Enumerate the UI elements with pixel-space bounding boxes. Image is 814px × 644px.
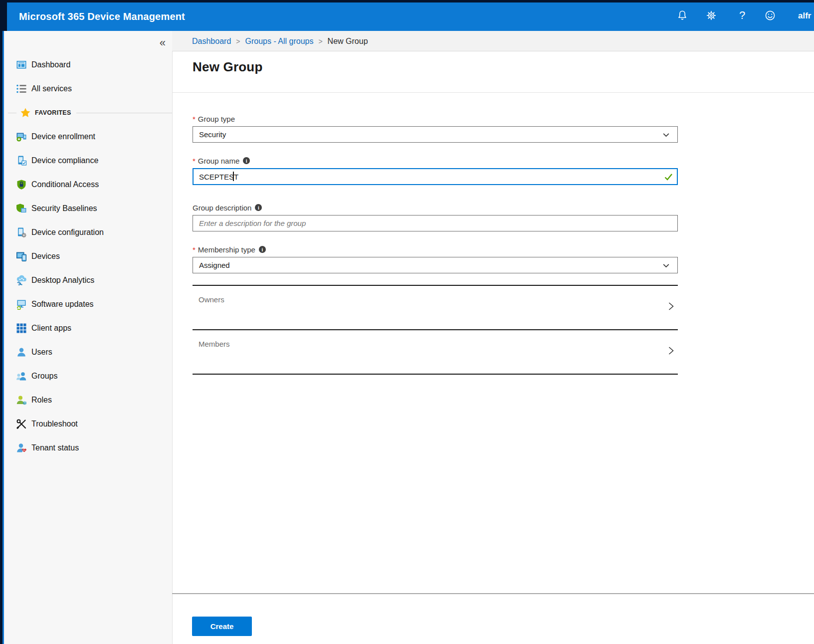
membership-type-value: Assigned — [199, 261, 230, 269]
device-enrollment-icon — [16, 131, 27, 142]
troubleshoot-icon — [16, 419, 27, 429]
sidebar-item-label: Devices — [31, 252, 60, 261]
sidebar-item-label: Software updates — [31, 300, 94, 309]
membership-type-label-row: * Membership type i — [193, 245, 678, 254]
owners-label: Owners — [199, 295, 224, 304]
sidebar-item-label: Device compliance — [31, 156, 98, 165]
sidebar-collapse-chevron[interactable]: « — [160, 37, 166, 48]
owners-row[interactable]: Owners — [193, 285, 678, 329]
all-services-icon — [16, 83, 27, 94]
topbar-left-dark-block — [0, 0, 7, 31]
sidebar-item-label: Conditional Access — [31, 180, 99, 189]
chevron-down-icon — [662, 261, 670, 271]
device-compliance-icon — [16, 155, 27, 166]
sidebar-item-software-updates[interactable]: Software updates — [4, 292, 172, 316]
sidebar-item-troubleshoot[interactable]: Troubleshoot — [4, 412, 172, 436]
sidebar-item-label: Client apps — [31, 324, 71, 333]
footer-divider — [172, 593, 814, 594]
membership-type-select[interactable]: Assigned — [193, 257, 678, 273]
chevron-right-icon — [667, 301, 675, 314]
group-description-label-row: Group description i — [193, 203, 678, 212]
info-icon[interactable]: i — [243, 157, 250, 164]
breadcrumb-separator: > — [318, 37, 322, 45]
create-button[interactable]: Create — [192, 617, 252, 636]
members-label: Members — [199, 340, 230, 348]
group-name-label-row: * Group name i — [193, 156, 678, 165]
sidebar-nav: « Dashboard All service — [4, 31, 172, 644]
client-apps-icon — [16, 323, 27, 334]
users-icon — [16, 347, 27, 358]
left-accent-strip — [2, 31, 4, 644]
sidebar-item-users[interactable]: Users — [4, 340, 172, 364]
notifications-bell-icon[interactable] — [676, 9, 688, 21]
feedback-smiley-icon[interactable] — [764, 9, 776, 21]
sidebar-item-device-compliance[interactable]: Device compliance — [4, 149, 172, 173]
sidebar-item-devices[interactable]: Devices — [4, 244, 172, 268]
sidebar-item-label: Users — [31, 348, 52, 357]
sidebar-item-label: All services — [31, 84, 72, 93]
breadcrumb-current: New Group — [328, 37, 368, 45]
window-top-edge — [0, 0, 814, 2]
groups-icon — [16, 371, 27, 382]
sidebar-item-label: Troubleshoot — [31, 420, 78, 429]
chevron-right-icon — [667, 345, 675, 358]
sidebar-item-dashboard[interactable]: Dashboard — [4, 53, 172, 77]
required-asterisk: * — [193, 115, 196, 123]
group-name-field-wrap — [193, 168, 678, 185]
group-type-value: Security — [199, 130, 226, 139]
group-description-label: Group description — [193, 204, 251, 212]
main-content: Dashboard>Groups - All groups>New Group … — [172, 31, 814, 644]
security-baselines-icon — [16, 203, 27, 214]
favorites-star-icon — [20, 107, 31, 118]
info-icon[interactable]: i — [259, 246, 266, 253]
help-icon[interactable]: ? — [736, 9, 748, 21]
top-app-bar: Microsoft 365 Device Management ? — [0, 0, 814, 31]
sidebar-item-label: Groups — [31, 372, 57, 381]
group-type-label: Group type — [198, 115, 235, 123]
app-title: Microsoft 365 Device Management — [19, 0, 185, 31]
sidebar-item-label: Desktop Analytics — [31, 276, 94, 285]
group-type-label-row: * Group type — [193, 114, 678, 123]
sidebar-item-security-baselines[interactable]: Security Baselines — [4, 197, 172, 220]
group-description-input[interactable] — [193, 215, 678, 231]
page-title: New Group — [193, 59, 262, 74]
text-caret — [233, 172, 234, 181]
sidebar-item-label: Device configuration — [31, 228, 104, 237]
sidebar-item-desktop-analytics[interactable]: Desktop Analytics — [4, 268, 172, 292]
sidebar-item-device-configuration[interactable]: Device configuration — [4, 220, 172, 244]
membership-type-label: Membership type — [198, 245, 255, 254]
breadcrumb-link-dashboard[interactable]: Dashboard — [192, 37, 231, 45]
sidebar-item-roles[interactable]: Roles — [4, 388, 172, 412]
sidebar-item-all-services[interactable]: All services — [4, 77, 172, 101]
sidebar-item-groups[interactable]: Groups — [4, 364, 172, 388]
info-icon[interactable]: i — [255, 204, 262, 211]
breadcrumb-link-groups-all-groups[interactable]: Groups - All groups — [245, 37, 313, 45]
chevron-down-icon — [662, 131, 670, 141]
desktop-analytics-icon — [16, 275, 27, 286]
group-name-input[interactable] — [193, 168, 678, 185]
new-group-blade: New Group * Group type Security * Group … — [172, 51, 814, 644]
settings-gear-icon[interactable] — [705, 9, 717, 21]
breadcrumb: Dashboard>Groups - All groups>New Group — [172, 31, 814, 51]
divider — [8, 113, 16, 113]
roles-icon — [16, 395, 27, 406]
members-row[interactable]: Members — [193, 329, 678, 374]
sidebar-item-label: Dashboard — [31, 60, 70, 69]
sidebar-item-client-apps[interactable]: Client apps — [4, 316, 172, 340]
new-group-form: * Group type Security * Group name i — [173, 93, 678, 375]
tenant-status-icon — [16, 442, 27, 453]
account-name[interactable]: alfr — [798, 0, 814, 31]
sidebar-item-tenant-status[interactable]: Tenant status — [4, 436, 172, 460]
sidebar-item-label: Roles — [31, 396, 52, 405]
favorites-label: FAVORITES — [35, 109, 71, 116]
device-configuration-icon — [16, 227, 27, 238]
dashboard-icon — [16, 59, 27, 70]
conditional-access-icon — [16, 179, 27, 190]
sidebar-item-label: Security Baselines — [31, 204, 97, 213]
group-name-label: Group name — [198, 157, 239, 165]
sidebar-favorites-heading: FAVORITES — [4, 101, 172, 125]
group-type-select[interactable]: Security — [193, 126, 678, 143]
valid-check-icon — [663, 172, 673, 184]
sidebar-item-device-enrollment[interactable]: Device enrollment — [4, 125, 172, 149]
sidebar-item-conditional-access[interactable]: Conditional Access — [4, 173, 172, 197]
